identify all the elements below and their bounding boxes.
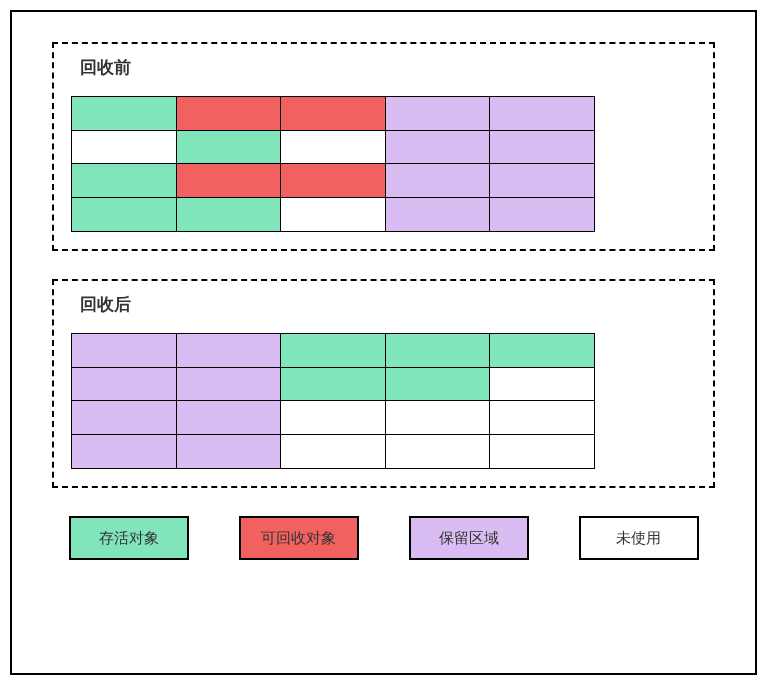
legend-reserved: 保留区域 — [409, 516, 529, 560]
grid-row — [72, 435, 695, 469]
cell-alive — [280, 333, 386, 368]
cell-unused — [489, 367, 595, 402]
cell-unused — [489, 400, 595, 435]
grid-row — [72, 334, 695, 368]
legend-alive: 存活对象 — [69, 516, 189, 560]
cell-reserved — [71, 333, 177, 368]
grid-before — [72, 97, 695, 231]
cell-recyclable — [280, 96, 386, 131]
section-after: 回收后 — [52, 279, 715, 488]
cell-reserved — [176, 333, 282, 368]
cell-reserved — [489, 163, 595, 198]
section-after-title: 回收后 — [80, 293, 695, 316]
cell-reserved — [489, 197, 595, 232]
cell-reserved — [71, 367, 177, 402]
cell-unused — [385, 434, 491, 469]
grid-row — [72, 368, 695, 402]
cell-unused — [489, 434, 595, 469]
cell-reserved — [385, 197, 491, 232]
cell-alive — [280, 367, 386, 402]
cell-reserved — [385, 96, 491, 131]
legend-unused: 未使用 — [579, 516, 699, 560]
cell-alive — [176, 130, 282, 165]
cell-unused — [280, 197, 386, 232]
cell-recyclable — [176, 163, 282, 198]
cell-recyclable — [176, 96, 282, 131]
grid-row — [72, 164, 695, 198]
cell-alive — [385, 333, 491, 368]
legend-recyclable: 可回收对象 — [239, 516, 359, 560]
cell-reserved — [176, 434, 282, 469]
legend: 存活对象 可回收对象 保留区域 未使用 — [52, 516, 715, 560]
cell-unused — [71, 130, 177, 165]
grid-row — [72, 97, 695, 131]
section-before-title: 回收前 — [80, 56, 695, 79]
cell-recyclable — [280, 163, 386, 198]
grid-row — [72, 131, 695, 165]
cell-reserved — [176, 367, 282, 402]
cell-unused — [385, 400, 491, 435]
cell-unused — [280, 130, 386, 165]
cell-alive — [176, 197, 282, 232]
cell-alive — [489, 333, 595, 368]
cell-unused — [280, 434, 386, 469]
cell-reserved — [385, 130, 491, 165]
cell-reserved — [71, 400, 177, 435]
cell-unused — [280, 400, 386, 435]
cell-reserved — [489, 130, 595, 165]
grid-row — [72, 401, 695, 435]
grid-after — [72, 334, 695, 468]
cell-alive — [385, 367, 491, 402]
section-before: 回收前 — [52, 42, 715, 251]
cell-alive — [71, 96, 177, 131]
cell-reserved — [176, 400, 282, 435]
diagram-container: 回收前 回收后 存活对象 可回收对象 保留区域 未使用 — [10, 10, 757, 675]
cell-reserved — [71, 434, 177, 469]
cell-alive — [71, 163, 177, 198]
cell-reserved — [489, 96, 595, 131]
cell-alive — [71, 197, 177, 232]
grid-row — [72, 198, 695, 232]
cell-reserved — [385, 163, 491, 198]
